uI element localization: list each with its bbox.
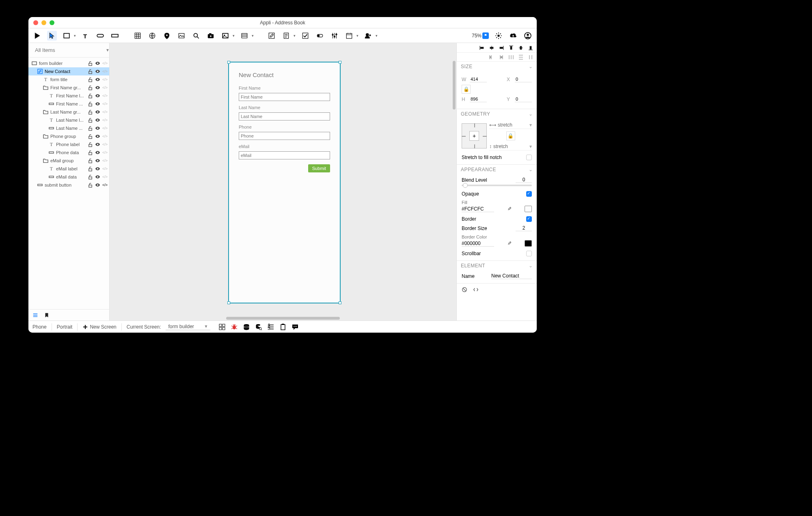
code-icon[interactable]: </>	[102, 134, 108, 139]
chevron-down-icon[interactable]: ⌄	[529, 167, 533, 172]
layer-row[interactable]: Phone group</>	[28, 132, 109, 140]
layer-row[interactable]: TPhone label</>	[28, 140, 109, 148]
unlock-icon[interactable]	[88, 158, 93, 163]
unlock-icon[interactable]	[88, 110, 93, 115]
user-icon[interactable]	[523, 31, 533, 41]
layer-row[interactable]: First Name ...</>	[28, 100, 109, 108]
dist-v-icon[interactable]	[528, 54, 533, 60]
numbered-list-icon[interactable]: 123	[267, 323, 274, 331]
bookmark-icon[interactable]	[44, 312, 50, 318]
align-top-icon[interactable]	[508, 45, 514, 51]
dist-top-icon[interactable]	[518, 54, 524, 60]
unlock-icon[interactable]	[88, 126, 93, 131]
eye-icon[interactable]	[95, 166, 100, 172]
border-checkbox[interactable]	[526, 216, 532, 222]
x-input[interactable]	[515, 76, 532, 82]
code-icon[interactable]: </>	[102, 110, 108, 115]
orient-select[interactable]: Portrait	[57, 324, 73, 330]
eye-icon[interactable]	[95, 101, 100, 107]
eye-icon[interactable]	[95, 150, 100, 155]
unlock-icon[interactable]	[88, 174, 93, 180]
layer-row[interactable]: Phone data</>	[28, 148, 109, 157]
db-search-icon[interactable]	[255, 323, 262, 331]
stretch-v-select[interactable]: stretch	[493, 144, 528, 149]
unlock-icon[interactable]	[88, 77, 93, 82]
cloud-upload-icon[interactable]	[508, 31, 518, 41]
map-pin-icon[interactable]	[162, 31, 172, 41]
layer-row[interactable]: Last Name gr...</>	[28, 108, 109, 116]
unlock-icon[interactable]	[88, 101, 93, 107]
layer-row[interactable]: eMail group</>	[28, 157, 109, 165]
sidebar-search[interactable]: ▼	[28, 43, 109, 58]
eye-icon[interactable]	[95, 93, 100, 99]
play-icon[interactable]	[32, 31, 42, 41]
dist-right-icon[interactable]	[508, 54, 514, 60]
resize-handle-bl-icon[interactable]	[227, 301, 230, 304]
code-icon[interactable]: </>	[102, 183, 108, 188]
dist-left-icon[interactable]	[489, 54, 495, 60]
chat-icon[interactable]	[292, 323, 299, 331]
horizontal-scrollbar[interactable]	[226, 317, 340, 320]
layer-row[interactable]: TFirst Name l...</>	[28, 92, 109, 100]
grid-icon[interactable]	[133, 31, 143, 41]
image-frame-icon[interactable]	[177, 31, 186, 41]
selected-frame[interactable]: New Contact First NameLast NamePhoneeMai…	[228, 62, 341, 303]
input-icon[interactable]	[110, 31, 120, 41]
zoom-select[interactable]: 75%	[472, 32, 489, 39]
unlock-icon[interactable]	[88, 142, 93, 147]
unlock-icon[interactable]	[88, 183, 93, 188]
eye-icon[interactable]	[95, 110, 100, 115]
edit-square-icon[interactable]	[267, 31, 276, 41]
eye-icon[interactable]	[95, 118, 100, 123]
border-swatch[interactable]	[525, 240, 532, 247]
toggle-icon[interactable]	[315, 31, 325, 41]
layer-row[interactable]: Tform title</>	[28, 75, 109, 84]
resize-handle-br-icon[interactable]	[339, 301, 341, 304]
code-icon[interactable]: </>	[102, 101, 108, 107]
sliders-icon[interactable]	[330, 31, 339, 41]
eye-icon[interactable]	[95, 85, 100, 90]
color-picker-icon[interactable]	[508, 206, 512, 212]
layer-row[interactable]: Last Name ...</>	[28, 124, 109, 132]
unlock-icon[interactable]	[88, 85, 93, 90]
form-field-input[interactable]	[239, 132, 330, 140]
unlock-icon[interactable]	[88, 118, 93, 123]
form-field-input[interactable]	[239, 93, 330, 101]
list-view-icon[interactable]	[32, 312, 38, 318]
eye-icon[interactable]	[95, 174, 100, 180]
layer-row[interactable]: eMail data</>	[28, 173, 109, 181]
unlock-icon[interactable]	[88, 150, 93, 155]
blend-input[interactable]	[516, 177, 532, 183]
element-name-input[interactable]	[491, 273, 532, 279]
unlock-icon[interactable]	[88, 61, 93, 66]
unlock-icon[interactable]	[88, 134, 93, 139]
device-select[interactable]: Phone	[32, 324, 47, 330]
code-icon[interactable]	[473, 287, 479, 292]
code-icon[interactable]: </>	[102, 166, 108, 172]
calendar-icon[interactable]	[344, 31, 354, 41]
blend-slider[interactable]	[462, 185, 532, 186]
dist-hcenter-icon[interactable]	[499, 54, 504, 60]
form-icon[interactable]	[281, 31, 291, 41]
code-icon[interactable]: </>	[102, 77, 108, 82]
anchor-grid[interactable]: +	[462, 123, 487, 148]
submit-button[interactable]: Submit	[308, 164, 330, 172]
code-icon[interactable]: </>	[102, 85, 108, 90]
border-color-input[interactable]	[462, 241, 494, 247]
checkbox-icon[interactable]	[300, 31, 310, 41]
align-hcenter-icon[interactable]	[489, 45, 495, 51]
code-icon[interactable]: </>	[102, 150, 108, 155]
user-add-icon[interactable]	[363, 31, 373, 41]
search-input[interactable]	[35, 47, 103, 53]
chevron-down-icon[interactable]: ⌄	[529, 64, 533, 69]
block-icon[interactable]	[462, 287, 467, 292]
resize-handle-tr-icon[interactable]	[339, 61, 341, 64]
layer-row[interactable]: TeMail label</>	[28, 165, 109, 173]
eye-icon[interactable]	[95, 158, 100, 163]
eye-icon[interactable]	[95, 61, 100, 66]
layer-row[interactable]: First Name gr...</>	[28, 84, 109, 92]
minimize-icon[interactable]	[41, 20, 46, 25]
lock-aspect-icon[interactable]: 🔒	[462, 85, 471, 94]
align-vcenter-icon[interactable]	[518, 45, 524, 51]
notch-checkbox[interactable]	[526, 155, 532, 160]
